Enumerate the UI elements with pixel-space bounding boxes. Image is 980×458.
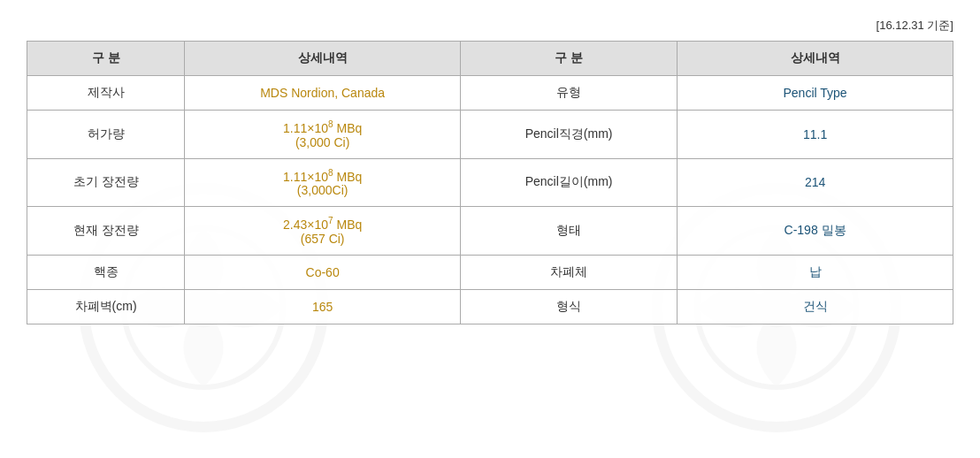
row-value-right: 납 xyxy=(678,255,953,289)
row-value-left: MDS Nordion, Canada xyxy=(185,76,461,111)
row-label-left: 초기 장전량 xyxy=(27,158,185,207)
row-label-right: 형식 xyxy=(461,289,678,324)
row-value-left: 165 xyxy=(185,289,461,324)
date-note: [16.12.31 기준] xyxy=(27,18,953,34)
row-label-left: 제작사 xyxy=(27,76,185,111)
row-value-left: 1.11×108 MBq(3,000Ci) xyxy=(185,158,461,207)
row-label-right: 차폐체 xyxy=(461,255,678,289)
row-value-right: 건식 xyxy=(678,289,953,324)
row-label-left: 핵종 xyxy=(27,255,185,289)
row-label-right: 유형 xyxy=(461,76,678,111)
header-detail-right: 상세내역 xyxy=(678,42,953,76)
row-value-left: Co-60 xyxy=(185,255,461,289)
row-value-left: 1.11×108 MBq(3,000 Ci) xyxy=(185,111,461,159)
header-category-right: 구 분 xyxy=(461,42,678,76)
info-table: 구 분 상세내역 구 분 상세내역 제작사MDS Nordion, Canada… xyxy=(27,41,953,324)
row-value-right: 11.1 xyxy=(678,111,953,159)
row-label-right: Pencil길이(mm) xyxy=(461,158,678,207)
row-label-right: 형태 xyxy=(461,207,678,256)
header-category-left: 구 분 xyxy=(27,42,185,76)
header-detail-left: 상세내역 xyxy=(185,42,461,76)
row-label-left: 현재 장전량 xyxy=(27,207,185,256)
row-value-right: C-198 밀봉 xyxy=(678,207,953,256)
row-value-left: 2.43×107 MBq(657 Ci) xyxy=(185,207,461,256)
row-value-right: 214 xyxy=(678,158,953,207)
row-label-left: 허가량 xyxy=(27,111,185,159)
row-label-left: 차폐벽(cm) xyxy=(27,289,185,324)
row-label-right: Pencil직경(mm) xyxy=(461,111,678,159)
row-value-right: Pencil Type xyxy=(678,76,953,111)
